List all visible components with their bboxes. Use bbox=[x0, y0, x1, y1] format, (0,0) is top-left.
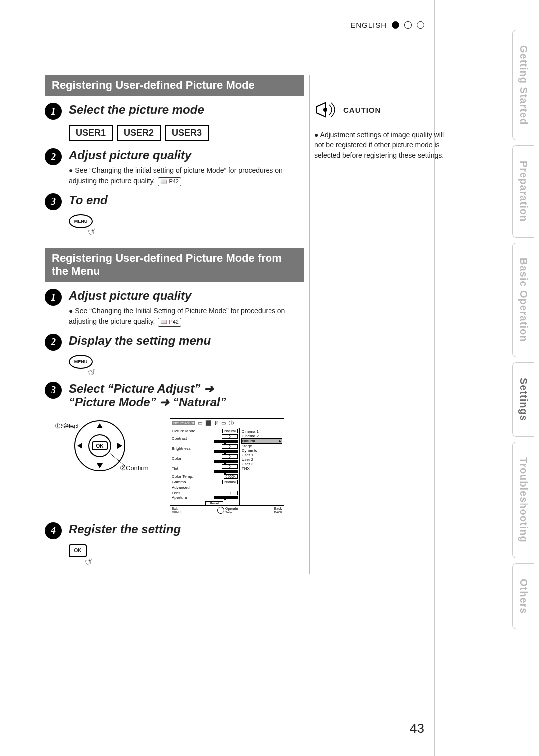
sectB-step1: 1 Adjust picture quality bbox=[45, 289, 304, 306]
sectB-step3: 3 Select “Picture Adjust” ➜ “Picture Mod… bbox=[45, 382, 304, 409]
dpad-icon: OK bbox=[65, 418, 135, 483]
lang-dot-1-icon bbox=[392, 21, 399, 29]
sectB-step1-note: See “Changing the Initial Setting of Pic… bbox=[69, 306, 304, 326]
osd-toolbar: Picture Adjust ▭ ⬛ ⇵ ▭ ⓘ bbox=[170, 418, 284, 428]
user1-button[interactable]: USER1 bbox=[69, 125, 113, 141]
osd-bottom-bar: ExitMENU OperateSelect BackBACK bbox=[170, 506, 284, 515]
remote-diagram: ①Select OK ②Confirm bbox=[55, 418, 155, 488]
language-indicator: ENGLISH bbox=[350, 21, 424, 29]
user2-button[interactable]: USER2 bbox=[117, 125, 161, 141]
language-label: ENGLISH bbox=[350, 21, 387, 29]
ok-button-icon: OK ☞ bbox=[69, 544, 91, 564]
section-a-title: Registering User-defined Picture Mode bbox=[45, 75, 304, 96]
step-number-icon: 3 bbox=[45, 382, 62, 399]
menu-button-icon: MENU ☞ bbox=[69, 214, 94, 234]
remote-confirm-label: ②Confirm bbox=[120, 464, 149, 472]
sectA-step2: 2 Adjust picture quality bbox=[45, 148, 304, 165]
sectA-step2-note: See “Changing the initial setting of pic… bbox=[69, 165, 304, 186]
sectA-step1: 1 Select the picture mode bbox=[45, 103, 304, 120]
svg-line-4 bbox=[65, 423, 75, 428]
step-number-icon: 1 bbox=[45, 289, 62, 306]
tab-others[interactable]: Others bbox=[512, 563, 534, 629]
osd-function-icon: ▭ bbox=[221, 420, 226, 426]
tab-basic-operation[interactable]: Basic Operation bbox=[512, 243, 534, 357]
sectA-step1-title: Select the picture mode bbox=[69, 103, 304, 117]
column-divider bbox=[309, 75, 310, 574]
osd-joystick-icon bbox=[217, 507, 224, 514]
tab-getting-started[interactable]: Getting Started bbox=[512, 30, 534, 140]
page-ref-icon: 📖P42 bbox=[158, 177, 181, 186]
sectB-step4: 4 Register the setting bbox=[45, 522, 304, 539]
user3-button[interactable]: USER3 bbox=[165, 125, 209, 141]
sectB-step2-title: Display the setting menu bbox=[69, 334, 304, 348]
osd-reset: Reset bbox=[205, 501, 223, 505]
step-number-icon: 3 bbox=[45, 193, 62, 210]
sectA-step3: 3 To end bbox=[45, 193, 304, 210]
osd-install-icon: ⬛ bbox=[205, 420, 211, 426]
megaphone-icon bbox=[314, 100, 337, 120]
sectA-step3-title: To end bbox=[69, 193, 304, 207]
main-content: Registering User-defined Picture Mode 1 … bbox=[45, 75, 304, 564]
sectB-step1-title: Adjust picture quality bbox=[69, 289, 304, 303]
lang-dot-3-icon bbox=[417, 21, 424, 29]
menu-button-icon: MENU ☞ bbox=[69, 355, 94, 375]
osd-display-icon: ⇵ bbox=[214, 420, 218, 426]
sectB-step3-line2: “Picture Mode” ➜ “Natural” bbox=[69, 395, 226, 409]
svg-text:OK: OK bbox=[96, 443, 104, 449]
user-mode-buttons: USER1 USER2 USER3 bbox=[69, 125, 304, 141]
section-b-title: Registering User-defined Picture Mode fr… bbox=[45, 248, 304, 282]
page-number: 43 bbox=[410, 721, 424, 736]
svg-point-6 bbox=[323, 108, 327, 112]
tab-settings[interactable]: Settings bbox=[512, 362, 534, 437]
osd-options-list: Cinema 1Cinema 2Natural▸StageDynamicUser… bbox=[240, 428, 284, 505]
side-tabs: Getting Started Preparation Basic Operat… bbox=[434, 0, 539, 756]
sectA-step2-title: Adjust picture quality bbox=[69, 148, 304, 162]
step-number-icon: 2 bbox=[45, 334, 62, 351]
caution-box: CAUTION Adjustment settings of image qua… bbox=[314, 100, 444, 160]
caution-heading: CAUTION bbox=[343, 106, 381, 114]
lang-dot-2-icon bbox=[404, 21, 412, 29]
osd-settings-list: Picture ModeNaturalContrast0 Brightness0… bbox=[170, 428, 240, 505]
sectB-step4-title: Register the setting bbox=[69, 522, 304, 536]
step-number-icon: 4 bbox=[45, 522, 62, 539]
sectB-step3-line1: Select “Picture Adjust” ➜ bbox=[69, 382, 226, 396]
step-number-icon: 1 bbox=[45, 103, 62, 120]
step-number-icon: 2 bbox=[45, 148, 62, 165]
tab-preparation[interactable]: Preparation bbox=[512, 145, 534, 237]
caution-text: Adjustment settings of image quality wil… bbox=[314, 130, 444, 160]
sectB-step2: 2 Display the setting menu bbox=[45, 334, 304, 351]
finger-press-icon: ☞ bbox=[83, 554, 95, 568]
tab-troubleshooting[interactable]: Troubleshooting bbox=[512, 442, 534, 558]
osd-signal-icon: ▭ bbox=[198, 420, 202, 426]
step3-diagram: ①Select OK ②Confirm Picture Adjust ▭ ⬛ bbox=[55, 418, 304, 515]
osd-menu: Picture Adjust ▭ ⬛ ⇵ ▭ ⓘ Picture ModeNat… bbox=[170, 418, 284, 515]
page-ref-icon: 📖P42 bbox=[158, 318, 181, 327]
osd-info-icon: ⓘ bbox=[229, 420, 234, 427]
finger-press-icon: ☞ bbox=[86, 364, 98, 379]
